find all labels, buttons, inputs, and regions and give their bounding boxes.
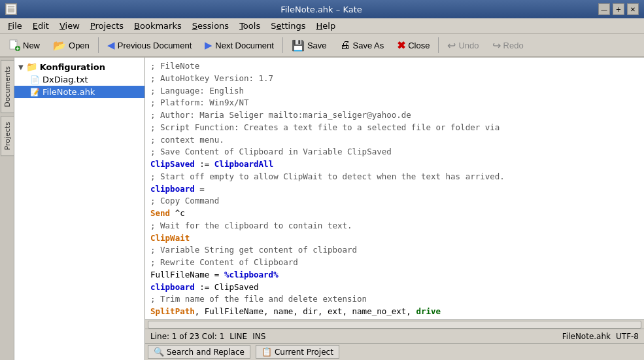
toolbar: + New 📂 Open ◀ Previous Document ▶ Next … [0,34,644,58]
menu-view[interactable]: View [54,20,85,32]
file-filenote-icon: 📝 [30,88,40,97]
toolbar-separator-2 [282,37,283,53]
file-dxdiag-name: DxDiag.txt [42,75,88,84]
mode-ins: INS [252,332,265,341]
menu-bar: File Edit View Projects Bookmarks Sessio… [0,18,644,34]
status-left: Line: 1 of 23 Col: 1 LINE INS [150,332,265,341]
search-replace-label: Search and Replace [167,348,245,357]
menu-edit[interactable]: Edit [27,20,54,32]
undo-icon: ↩ [447,39,456,52]
close-icon: ✖ [397,39,405,52]
prev-doc-icon: ◀ [107,39,115,51]
close-button[interactable]: ✖ Close [391,35,435,55]
menu-bookmarks[interactable]: Bookmarks [129,20,187,32]
title-icon [5,3,17,15]
file-filenote-name: FileNote.ahk [42,87,95,97]
save-label: Save [307,41,327,50]
save-button[interactable]: 💾 Save [286,35,333,55]
save-as-button[interactable]: 🖨 Save As [334,35,390,55]
open-button[interactable]: 📂 Open [47,35,95,55]
menu-help[interactable]: Help [311,20,341,32]
save-as-label: Save As [353,41,384,50]
main-area: Documents Projects ▼ 📁 Konfiguration 📄 D… [0,58,644,360]
save-as-icon: 🖨 [340,39,350,51]
toolbar-separator-1 [98,37,99,53]
svg-rect-0 [7,5,15,13]
search-replace-icon: 🔍 [154,347,164,357]
new-icon: + [8,39,20,51]
editor-wrapper: ; FileNote ; AutoHotkey Version: 1.7 ; L… [145,58,644,360]
close-label: Close [408,41,430,50]
tree-item-dxdiag[interactable]: 📄 DxDiag.txt [14,73,144,86]
redo-button[interactable]: ↪ Redo [486,35,530,55]
redo-icon: ↪ [492,39,501,52]
folder-label: Konfiguration [40,62,105,72]
minimize-button[interactable]: — [598,3,610,15]
side-tabs: Documents Projects [0,58,14,360]
redo-label: Redo [503,41,524,50]
code-editor[interactable]: ; FileNote ; AutoHotkey Version: 1.7 ; L… [145,58,644,319]
mode-line: LINE [229,332,247,341]
menu-tools[interactable]: Tools [234,20,265,32]
tree-folder-konfiguration[interactable]: ▼ 📁 Konfiguration [14,60,144,73]
sidebar-tab-documents[interactable]: Documents [1,60,14,113]
window-close-button[interactable]: ✕ [627,3,639,15]
expand-arrow-icon: ▼ [18,63,24,71]
horizontal-scrollbar[interactable] [145,319,644,329]
undo-button[interactable]: ↩ Undo [441,35,484,55]
status-encoding: UTF-8 [616,332,639,341]
current-project-button[interactable]: 📋 Current Project [256,345,339,359]
prev-doc-button[interactable]: ◀ Previous Document [101,35,197,55]
next-doc-icon: ▶ [205,39,212,51]
maximize-button[interactable]: + [613,3,624,15]
window-controls: — + ✕ [598,3,639,15]
open-label: Open [69,41,90,50]
menu-file[interactable]: File [3,20,27,32]
file-tree: ▼ 📁 Konfiguration 📄 DxDiag.txt 📝 FileNot… [14,58,145,360]
next-doc-label: Next Document [215,41,274,50]
undo-label: Undo [458,41,479,50]
toolbar-separator-3 [438,37,439,53]
title-bar: FileNote.ahk – Kate — + ✕ [0,0,644,18]
menu-settings[interactable]: Settings [265,20,311,32]
sidebar-tab-projects[interactable]: Projects [1,116,14,156]
open-icon: 📂 [53,39,66,52]
current-project-icon: 📋 [262,347,272,357]
current-project-label: Current Project [275,348,333,357]
save-icon: 💾 [292,39,305,52]
bottom-bar: 🔍 Search and Replace 📋 Current Project [145,343,644,360]
menu-projects[interactable]: Projects [85,20,129,32]
svg-text:+: + [16,45,20,51]
menu-sessions[interactable]: Sessions [187,20,234,32]
status-filename: FileNote.ahk [562,332,611,341]
new-label: New [23,41,40,50]
cursor-position: Line: 1 of 23 Col: 1 [150,332,224,341]
new-button[interactable]: + New [3,35,46,55]
search-replace-button[interactable]: 🔍 Search and Replace [148,345,250,359]
next-doc-button[interactable]: ▶ Next Document [199,35,280,55]
folder-icon: 📁 [26,62,37,72]
window-title: FileNote.ahk – Kate [44,5,598,14]
status-right: FileNote.ahk UTF-8 [562,332,639,341]
file-dxdiag-icon: 📄 [30,75,40,84]
prev-doc-label: Previous Document [118,41,192,50]
status-bar: Line: 1 of 23 Col: 1 LINE INS FileNote.a… [145,329,644,343]
tree-item-filenote[interactable]: 📝 FileNote.ahk [14,86,144,98]
